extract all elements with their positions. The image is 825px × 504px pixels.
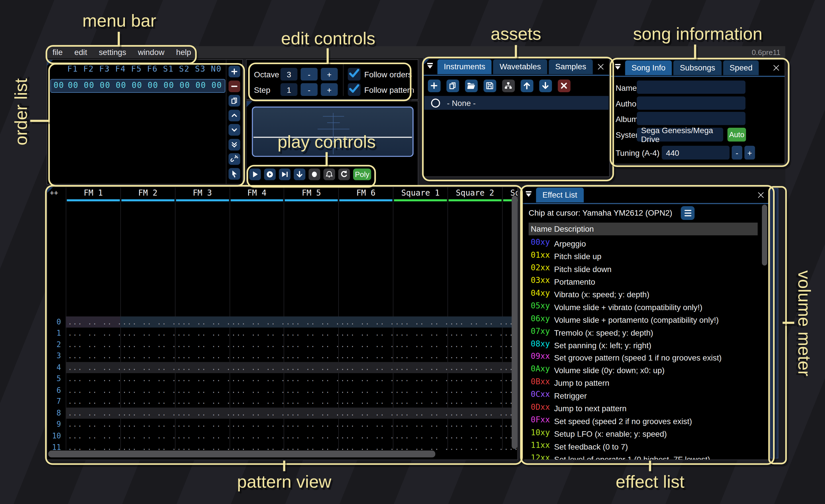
order-move-down-button[interactable] (229, 124, 240, 136)
pattern-cell[interactable]: ... .. .. .... (120, 362, 175, 373)
play-button[interactable] (249, 169, 261, 180)
pattern-cell[interactable]: ... .. .. .... (393, 385, 447, 396)
pattern-cell[interactable]: ... .. .. .... (284, 385, 338, 396)
order-deep-clone-button[interactable] (229, 153, 240, 165)
pattern-cell[interactable]: ... .. .. .... (175, 419, 229, 430)
pattern-cell[interactable]: ... .. .. .... (229, 316, 284, 328)
channel-header[interactable]: FM 2 (120, 187, 175, 201)
pattern-cell[interactable]: ... .. .. .... (338, 328, 393, 339)
pattern-cell[interactable]: ... .. .. .... (393, 362, 447, 373)
pattern-cell[interactable]: ... .. .. .... (66, 419, 120, 430)
pattern-cell[interactable]: ... .. .. .... (393, 350, 447, 362)
song-info-tab[interactable]: Song Info (625, 61, 672, 75)
step-one-row-button[interactable] (294, 169, 305, 180)
pattern-cell[interactable]: ... .. .. .... (229, 328, 284, 339)
pattern-cell[interactable]: ... .. .. .... (284, 419, 338, 430)
pattern-cell[interactable]: ... .. .. .... (393, 419, 447, 430)
pattern-cell[interactable]: ... .. .. .... (338, 430, 393, 442)
step-plus-button[interactable]: + (321, 83, 338, 96)
pattern-cell[interactable]: ... .. .. .... (175, 430, 229, 442)
collapse-icon[interactable] (426, 62, 436, 72)
effect-list-row[interactable]: 02xx Pitch slide down (528, 263, 764, 275)
pattern-cell[interactable]: ... .. .. .... (284, 430, 338, 442)
pattern-cell[interactable]: ... .. .. .... (284, 316, 338, 328)
pattern-cell[interactable]: ... .. .. .... (66, 430, 120, 442)
step-minus-button[interactable]: - (300, 83, 317, 96)
pattern-cell[interactable]: ... .. .. .... (447, 408, 502, 419)
effect-list-row[interactable]: 04xy Vibrato (x: speed; y: depth) (528, 288, 764, 301)
effect-list-row[interactable]: 08xy Set panning (x: left; y: right) (528, 339, 764, 352)
stop-button[interactable] (308, 169, 320, 180)
pattern-cell[interactable]: ... .. .. .... (393, 430, 447, 442)
pattern-cell[interactable]: ... .. .. .... (393, 408, 447, 419)
pattern-cell[interactable]: ... .. .. .... (393, 328, 447, 339)
menu-item[interactable]: file (47, 46, 68, 59)
system-field[interactable]: Sega Genesis/Mega Drive (637, 128, 723, 142)
octave-plus-button[interactable]: + (321, 68, 338, 80)
pattern-cell[interactable]: ... .. .. .... (284, 373, 338, 385)
pattern-cell[interactable]: ... .. .. .... (175, 328, 229, 339)
pattern-cell[interactable]: ... .. .. .... (338, 350, 393, 362)
collapse-icon[interactable] (525, 190, 535, 200)
pattern-cell[interactable]: ... .. .. .... (447, 419, 502, 430)
pattern-cell[interactable]: ... .. .. .... (66, 328, 120, 339)
pattern-cell[interactable]: ... .. .. .... (229, 373, 284, 385)
duplicate-asset-button[interactable] (446, 80, 459, 92)
pattern-cell[interactable]: ... .. .. .... (66, 362, 120, 373)
effect-list-row[interactable]: 03xx Portamento (528, 275, 764, 288)
save-asset-button[interactable] (483, 80, 496, 92)
pattern-cell[interactable]: ... .. .. .... (120, 328, 175, 339)
pattern-cell[interactable]: ... .. .. .... (66, 350, 120, 362)
metronome-button[interactable] (323, 169, 335, 180)
effect-list-row[interactable]: 0Bxx Jump to pattern (528, 377, 764, 390)
pattern-cell[interactable]: ... .. .. .... (229, 362, 284, 373)
effect-list-row[interactable]: 07xy Tremolo (x: speed; y: depth) (528, 326, 764, 339)
step-value[interactable]: 1 (281, 83, 297, 96)
channel-header[interactable]: FM 6 (338, 187, 393, 201)
menu-item[interactable]: window (132, 46, 170, 59)
collapse-icon[interactable] (613, 63, 624, 73)
pattern-cell[interactable]: ... .. .. .... (338, 396, 393, 408)
pattern-cell[interactable]: ... .. .. .... (66, 408, 120, 419)
pattern-cell[interactable]: ... .. .. .... (229, 430, 284, 442)
assets-tab[interactable]: Wavetables (493, 59, 547, 74)
pattern-cell[interactable]: ... .. .. .... (447, 373, 502, 385)
menu-item[interactable]: edit (68, 46, 93, 59)
pattern-cell[interactable]: ... .. .. .... (447, 430, 502, 442)
poly-button[interactable]: Poly (353, 169, 371, 180)
pattern-cell[interactable]: ... .. .. .... (338, 362, 393, 373)
pattern-cell[interactable]: ... .. .. .... (447, 350, 502, 362)
move-asset-down-button[interactable] (539, 80, 552, 92)
repeat-pattern-button[interactable] (338, 169, 350, 180)
play-pattern-button[interactable] (264, 169, 276, 180)
pattern-cell[interactable]: ... .. .. .... (229, 385, 284, 396)
pattern-cell[interactable]: ... .. .. .... (229, 396, 284, 408)
pattern-cell[interactable]: ... .. .. .... (284, 396, 338, 408)
order-duplicate-button[interactable] (229, 95, 240, 106)
pattern-cell[interactable]: ... .. .. .... (175, 408, 229, 419)
pattern-cell[interactable]: ... .. .. .... (66, 396, 120, 408)
effect-list-row[interactable]: 05xy Volume slide + vibrato (compatibili… (528, 301, 764, 314)
effect-list-row[interactable]: 12xx Set level of operator 1 (0 highest,… (528, 453, 764, 460)
pattern-corner[interactable]: ++ (47, 187, 66, 201)
close-icon[interactable] (596, 63, 605, 71)
close-icon[interactable] (757, 191, 765, 199)
order-row-values[interactable]: 00 00 00 00 00 00 00 00 00 00 (68, 80, 222, 90)
effect-list-row[interactable]: 00xy Arpeggio (528, 237, 764, 250)
pattern-cell[interactable]: ... .. .. .... (120, 339, 175, 350)
pattern-cell[interactable]: ... .. .. .... (120, 385, 175, 396)
pattern-cell[interactable]: ... .. .. .... (284, 362, 338, 373)
order-move-up-button[interactable] (229, 109, 240, 121)
pattern-cell[interactable]: ... .. .. .... (120, 419, 175, 430)
pattern-cell[interactable]: ... .. .. .... (338, 385, 393, 396)
effect-list-row[interactable]: 0Dxx Jump to next pattern (528, 402, 764, 415)
effect-list-row[interactable]: 06xy Volume slide + portamento (compatib… (528, 314, 764, 326)
song-info-tab[interactable]: Speed (723, 61, 759, 75)
channel-header[interactable]: FM 1 (66, 187, 120, 201)
order-add-button[interactable] (229, 66, 240, 78)
pattern-cell[interactable]: ... .. .. .... (447, 385, 502, 396)
follow-orders-checkbox[interactable] (348, 68, 360, 80)
effect-list-row[interactable]: 01xx Pitch slide up (528, 250, 764, 263)
delete-asset-button[interactable] (558, 80, 570, 92)
name-field[interactable] (637, 80, 745, 94)
